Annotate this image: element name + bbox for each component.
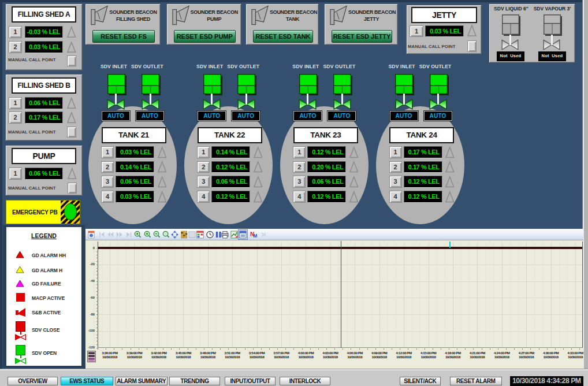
svg-text:M: M xyxy=(254,233,258,239)
